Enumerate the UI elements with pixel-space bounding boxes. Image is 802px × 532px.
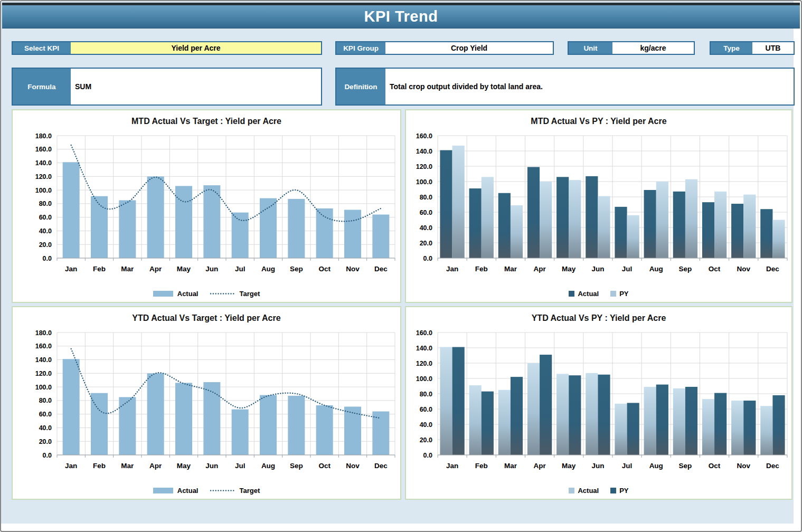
legend-label-actual: Actual xyxy=(578,290,599,298)
x-axis-label-dec: Dec xyxy=(766,462,779,470)
bar-actual-nov xyxy=(344,210,361,258)
bar-py-jul xyxy=(627,215,639,258)
x-axis-label-nov: Nov xyxy=(346,265,360,273)
bar-py-jul xyxy=(627,403,639,455)
type-label: Type xyxy=(711,42,752,54)
legend-item-actual: Actual xyxy=(569,290,599,298)
select-kpi-dropdown[interactable]: Yield per Acre xyxy=(71,42,321,54)
bar-actual-aug xyxy=(644,190,656,258)
y-axis-tick-label: 160.0 xyxy=(416,329,432,337)
select-kpi-control: Select KPI Yield per Acre xyxy=(12,41,322,55)
y-axis-tick-label: 140.0 xyxy=(416,148,432,155)
legend-item-py: PY xyxy=(610,290,628,298)
chart-legend: ActualPY xyxy=(406,487,791,500)
y-axis-tick-label: 180.0 xyxy=(35,329,52,337)
x-axis-label-nov: Nov xyxy=(346,462,360,470)
y-axis-tick-label: 0.0 xyxy=(423,255,432,262)
legend-label-actual: Actual xyxy=(578,487,599,495)
chart-title: YTD Actual Vs PY : Yield per Acre xyxy=(406,314,791,323)
y-axis-tick-label: 80.0 xyxy=(39,200,52,207)
bar-py-feb xyxy=(482,392,494,455)
chart-canvas-svg: 0.020.040.060.080.0100.0120.0140.0160.0J… xyxy=(407,131,790,290)
bar-actual-oct xyxy=(702,399,714,455)
bar-actual-jul xyxy=(615,404,627,455)
kpi-group-label: KPI Group xyxy=(336,42,385,54)
bar-py-mar xyxy=(511,377,523,455)
type-value: UTB xyxy=(752,42,794,54)
bar-actual-sep xyxy=(673,388,685,455)
y-axis-tick-label: 120.0 xyxy=(35,173,52,180)
x-axis-label-jun: Jun xyxy=(205,265,218,273)
x-axis-label-jul: Jul xyxy=(235,265,246,273)
bar-actual-aug xyxy=(644,387,656,455)
y-axis-tick-label: 120.0 xyxy=(35,370,52,377)
x-axis-label-apr: Apr xyxy=(149,462,162,470)
x-axis-label-jun: Jun xyxy=(591,462,604,470)
select-kpi-label: Select KPI xyxy=(13,42,71,54)
x-axis-label-sep: Sep xyxy=(290,462,303,470)
legend-swatch-actual xyxy=(153,291,173,297)
bar-py-jan xyxy=(452,347,465,455)
y-axis-tick-label: 0.0 xyxy=(43,255,52,262)
x-axis-label-jan: Jan xyxy=(65,265,77,273)
chart-canvas-svg: 0.020.040.060.080.0100.0120.0140.0160.01… xyxy=(15,131,398,290)
chart-panel-ytd-actual-vs-py: YTD Actual Vs PY : Yield per Acre 0.020.… xyxy=(405,306,792,500)
chart-title: MTD Actual Vs Target : Yield per Acre xyxy=(13,117,400,126)
bar-py-aug xyxy=(656,385,668,455)
bar-py-may xyxy=(569,180,581,258)
x-axis-label-apr: Apr xyxy=(533,265,546,273)
bar-actual-jul xyxy=(232,213,249,258)
bar-py-apr xyxy=(540,355,552,455)
x-axis-label-jul: Jul xyxy=(622,265,633,273)
legend-item-py: PY xyxy=(610,487,628,495)
y-axis-tick-label: 40.0 xyxy=(420,224,432,232)
chart-legend: ActualPY xyxy=(406,290,791,303)
bar-py-apr xyxy=(540,182,552,258)
bar-py-aug xyxy=(656,182,668,258)
x-axis-label-aug: Aug xyxy=(649,462,663,470)
x-axis-label-jan: Jan xyxy=(446,265,458,273)
kpi-group-control: KPI Group Crop Yield xyxy=(335,41,554,55)
x-axis-label-jul: Jul xyxy=(235,462,246,470)
formula-control: Formula SUM xyxy=(12,68,322,106)
bar-actual-dec xyxy=(760,406,772,455)
x-axis-label-apr: Apr xyxy=(149,265,162,273)
bar-actual-apr xyxy=(147,176,164,258)
bar-actual-may xyxy=(175,383,192,455)
y-axis-tick-label: 60.0 xyxy=(39,214,52,221)
x-axis-label-feb: Feb xyxy=(93,265,106,273)
page-title: KPI Trend xyxy=(364,8,438,25)
unit-control: Unit kg/acre xyxy=(568,41,695,55)
bar-actual-apr xyxy=(147,373,164,455)
legend-swatch-target xyxy=(210,291,235,297)
bar-py-jun xyxy=(598,196,610,258)
dashboard-header: KPI Trend xyxy=(2,3,800,28)
bar-py-dec xyxy=(772,395,785,455)
legend-item-actual: Actual xyxy=(153,487,199,495)
y-axis-tick-label: 100.0 xyxy=(35,187,52,194)
bar-actual-oct xyxy=(316,208,333,258)
y-axis-tick-label: 140.0 xyxy=(35,159,52,167)
x-axis-label-dec: Dec xyxy=(374,265,388,273)
x-axis-label-oct: Oct xyxy=(318,265,331,273)
x-axis-label-mar: Mar xyxy=(121,462,134,470)
definition-label: Definition xyxy=(336,69,385,104)
chart-title: MTD Actual Vs PY : Yield per Acre xyxy=(406,117,791,126)
y-axis-tick-label: 40.0 xyxy=(420,421,432,429)
bar-py-sep xyxy=(685,387,697,455)
bar-actual-feb xyxy=(469,385,482,455)
bar-actual-jan xyxy=(63,162,80,258)
bar-py-mar xyxy=(511,205,523,258)
bar-actual-jun xyxy=(586,373,598,455)
bar-actual-jun xyxy=(203,382,220,455)
x-axis-label-nov: Nov xyxy=(737,265,750,273)
x-axis-label-may: May xyxy=(177,265,191,273)
legend-swatch-actual xyxy=(569,291,574,297)
bar-actual-jun xyxy=(586,176,598,258)
y-axis-tick-label: 20.0 xyxy=(420,436,432,444)
chart-panel-mtd-actual-vs-target: MTD Actual Vs Target : Yield per Acre 0.… xyxy=(12,109,401,303)
x-axis-label-aug: Aug xyxy=(261,265,275,273)
bar-py-feb xyxy=(482,177,494,258)
y-axis-tick-label: 140.0 xyxy=(35,356,52,364)
bar-actual-jun xyxy=(203,185,220,258)
